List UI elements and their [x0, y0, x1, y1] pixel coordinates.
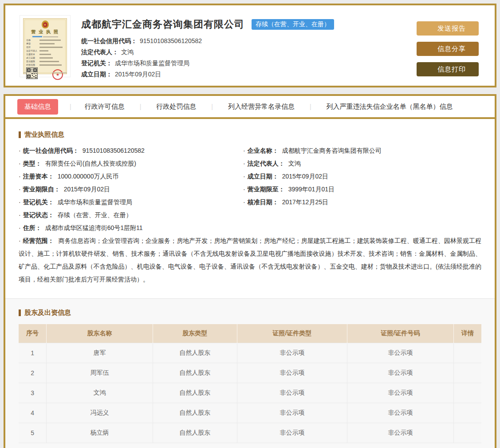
license-title: 营 业 执 照 [26, 29, 64, 35]
field-founded-date: ·成立日期：2015年09月02日 [243, 170, 481, 183]
col-cert-number: 证照/证件号码 [347, 324, 453, 343]
send-report-button[interactable]: 发送报告 [417, 21, 479, 36]
tab-separator: | [310, 103, 311, 110]
field-legal-rep: ·法定代表人：文鸿 [243, 157, 481, 170]
tab-abnormal-operations[interactable]: 列入经营异常名录信息 [228, 99, 295, 115]
field-credit-code: ·统一社会信用代码：915101083506120582 [19, 144, 243, 157]
action-buttons: 发送报告 信息分享 信息打印 [417, 21, 479, 76]
tab-admin-license[interactable]: 行政许可信息 [85, 99, 125, 115]
license-subline [26, 36, 64, 37]
header-field-legal-rep: 法定代表人：文鸿 [81, 47, 334, 58]
table-row: 5杨立炳自然人股东非公示项非公示项 [19, 423, 481, 443]
field-approval-date: ·核准日期：2017年12月25日 [243, 196, 481, 209]
tab-separator: | [70, 103, 71, 110]
col-shareholder-name: 股东名称 [47, 324, 153, 343]
table-row: 2周军伍自然人股东非公示项非公示项 [19, 363, 481, 383]
company-header-panel: ★ 营 业 执 照 名称 类型 住所 法定代表人 注册资本 成立日期 营业期限 … [4, 4, 496, 87]
col-shareholder-type: 股东类型 [153, 324, 237, 343]
tab-separator: | [211, 103, 213, 110]
shareholders-section-title: 股东及出资信息 [19, 309, 481, 317]
field-company-type: ·类型：有限责任公司(自然人投资或控股) [19, 157, 243, 170]
header-field-registry: 登记机关：成华市场和质量监督管理局 [81, 58, 334, 69]
col-detail: 详情 [453, 324, 481, 343]
col-index: 序号 [19, 324, 47, 343]
tab-basic-info[interactable]: 基础信息 [17, 99, 58, 115]
section-title-marker [19, 309, 21, 316]
field-business-scope: ·经营范围：商务信息咨询；企业管理咨询；企业服务；房地产开发；房地产营销策划；房… [19, 234, 481, 286]
national-emblem-icon: ★ [42, 20, 49, 28]
field-registered-capital: ·注册资本：1000.000000万人民币 [19, 170, 243, 183]
status-badge: 存续（在营、开业、在册） [252, 19, 334, 30]
license-fields-right: ·企业名称：成都航宇汇金商务咨询集团有限公司 ·法定代表人：文鸿 ·成立日期：2… [243, 144, 481, 234]
header-field-credit-code: 统一社会信用代码：915101083506120582 [81, 36, 334, 47]
field-term-from: ·营业期限自：2015年09月02日 [19, 183, 243, 196]
tab-separator: | [140, 103, 142, 110]
shareholders-section: 股东及出资信息 序号 股东名称 股东类型 证照/证件类型 证照/证件号码 详情 [5, 298, 495, 448]
field-registration-status: ·登记状态：存续（在营、开业、在册） [19, 209, 243, 222]
tab-bar: 基础信息 | 行政许可信息 | 行政处罚信息 | 列入经营异常名录信息 | 列入… [5, 96, 495, 119]
license-info-section-title: 营业执照信息 [19, 131, 481, 139]
tab-admin-penalty[interactable]: 行政处罚信息 [156, 99, 196, 115]
table-row: 3文鸿自然人股东非公示项非公示项 [19, 383, 481, 403]
business-license-certificate: ★ 营 业 执 照 名称 类型 住所 法定代表人 注册资本 成立日期 营业期限 … [23, 18, 67, 74]
field-term-to: ·营业期限至：3999年01月01日 [243, 183, 481, 196]
col-cert-type: 证照/证件类型 [237, 324, 347, 343]
company-credit-page: ★ 营 业 执 照 名称 类型 住所 法定代表人 注册资本 成立日期 营业期限 … [0, 0, 500, 448]
header-field-founded-date: 成立日期：2015年09月02日 [81, 69, 334, 80]
print-info-button[interactable]: 信息打印 [417, 62, 479, 76]
table-row: 4冯远义自然人股东非公示项非公示项 [19, 403, 481, 423]
company-summary: 成都航宇汇金商务咨询集团有限公司 存续（在营、开业、在册） 统一社会信用代码：9… [81, 15, 334, 78]
table-row: 1唐军自然人股东非公示项非公示项 [19, 343, 481, 363]
license-fields-grid: ·统一社会信用代码：915101083506120582 ·类型：有限责任公司(… [19, 144, 481, 234]
business-license-image: ★ 营 业 执 照 名称 类型 住所 法定代表人 注册资本 成立日期 营业期限 … [20, 15, 71, 77]
table-header-row: 序号 股东名称 股东类型 证照/证件类型 证照/证件号码 详情 [19, 324, 481, 343]
license-info-section: 营业执照信息 ·统一社会信用代码：915101083506120582 ·类型：… [5, 119, 495, 298]
field-address: ·住所：成都市成华区猛追湾街60号1层附11 [19, 222, 243, 234]
license-field-rows: 名称 类型 住所 法定代表人 注册资本 成立日期 营业期限 经营范围 [26, 39, 64, 66]
tab-blacklist[interactable]: 列入严重违法失信企业名单（黑名单）信息 [327, 99, 453, 115]
section-title-marker [19, 131, 21, 138]
company-name: 成都航宇汇金商务咨询集团有限公司 [81, 18, 244, 31]
red-stamp-icon: ★ [52, 69, 63, 80]
field-registry-authority: ·登记机关：成华市场和质量监督管理局 [19, 196, 243, 209]
shareholders-table: 序号 股东名称 股东类型 证照/证件类型 证照/证件号码 详情 1唐军自然人股东… [19, 324, 481, 443]
company-detail-panel: 基础信息 | 行政许可信息 | 行政处罚信息 | 列入经营异常名录信息 | 列入… [4, 94, 496, 448]
qr-code [26, 67, 38, 79]
license-fields-left: ·统一社会信用代码：915101083506120582 ·类型：有限责任公司(… [19, 144, 243, 234]
field-company-name: ·企业名称：成都航宇汇金商务咨询集团有限公司 [243, 144, 481, 157]
share-info-button[interactable]: 信息分享 [417, 42, 479, 56]
